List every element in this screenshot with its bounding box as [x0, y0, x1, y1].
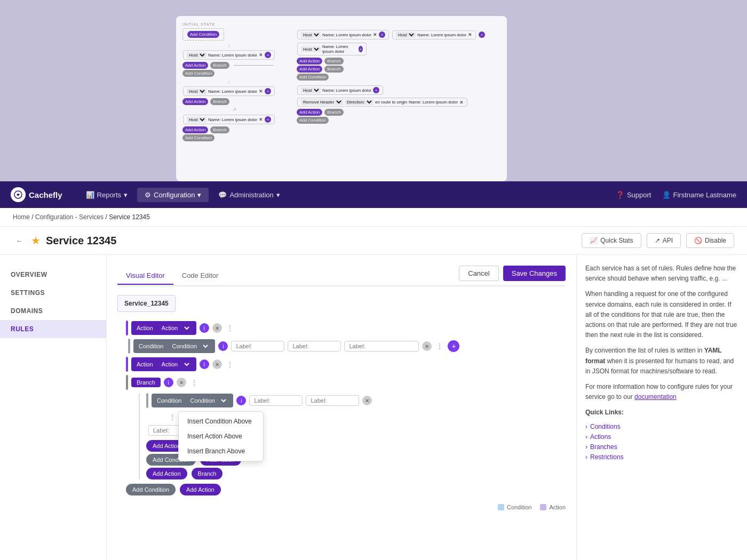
add-branch-btn-2[interactable]: Branch [192, 468, 223, 479]
sidebar-item-rules[interactable]: RULES [0, 320, 106, 338]
condition-label-1[interactable] [231, 341, 284, 351]
nested-condition-select[interactable]: Condition [184, 395, 228, 406]
diag-branch-r2[interactable]: Branch [324, 66, 343, 73]
navbar: Cachefly 📊 Reports ▾ ⚙ Configuration ▾ 💬… [0, 181, 747, 208]
add-action-btn-bottom[interactable]: Add Action [180, 484, 221, 495]
condition-plus-1[interactable]: + [448, 340, 459, 352]
diag-branch-2[interactable]: Branch [210, 98, 229, 105]
legend: Condition Action [117, 504, 566, 510]
nav-support[interactable]: ❓ Support [616, 191, 651, 199]
context-insert-action[interactable]: Insert Action Above [179, 429, 263, 444]
diagram-host-select[interactable]: Host [187, 52, 206, 58]
brand-name: Cachefly [29, 190, 62, 199]
diag-branch-r3[interactable]: Branch [324, 109, 343, 116]
breadcrumb-home[interactable]: Home [13, 213, 30, 221]
rule-close-1[interactable]: ✕ [212, 323, 222, 333]
diag-add-action-3[interactable]: Add Action [182, 126, 208, 133]
rule-dots-2[interactable]: ⋮ [225, 359, 235, 369]
diag-add-condition-r2[interactable]: Add Condition [297, 117, 329, 124]
rule-dots-1[interactable]: ⋮ [225, 323, 235, 333]
branch-dots-1[interactable]: ⋮ [189, 378, 199, 387]
favorite-icon[interactable]: ★ [31, 234, 41, 247]
tab-visual-editor[interactable]: Visual Editor [117, 267, 173, 285]
condition-dots-1[interactable]: ⋮ [435, 341, 444, 351]
nav-administration[interactable]: 💬 Administration ▾ [211, 188, 287, 202]
documentation-link[interactable]: documentation [634, 393, 677, 401]
diag-branch-r1[interactable]: Branch [324, 58, 343, 65]
sidebar-item-domains[interactable]: DOMAINS [0, 302, 106, 320]
add-condition-btn-bottom[interactable]: Add Condition [126, 484, 176, 495]
brand-logo[interactable]: Cachefly [11, 187, 62, 202]
context-insert-branch[interactable]: Insert Branch Above [179, 444, 263, 459]
breadcrumb-configuration[interactable]: Configuration [35, 213, 73, 221]
diag-host-r3[interactable]: Host [301, 46, 321, 52]
diag-branch-3[interactable]: Branch [210, 126, 229, 133]
diag-add-action-1[interactable]: Add Action [182, 62, 208, 69]
main-content: Home / Configuration - Services / Servic… [0, 208, 747, 560]
diagram-left: Add Condition ↓ Host Name: Lorem ipsum d… [182, 28, 275, 142]
diag-host-r2[interactable]: Host [396, 32, 416, 38]
add-action-btn-3[interactable]: Add Action [146, 468, 187, 479]
diag-direction[interactable]: Direction: [345, 99, 374, 105]
diag-add-action-r3[interactable]: Add Action [297, 109, 322, 116]
page-header: ← ★ Service 12345 📈 Quick Stats ↗ API 🚫 … [0, 227, 747, 255]
condition-label-3[interactable] [344, 341, 419, 351]
diag-add-condition-r1[interactable]: Add Condition [297, 74, 329, 81]
branch-close-1[interactable]: ✕ [177, 378, 186, 387]
conditions-chevron-icon: › [585, 423, 587, 430]
nested-condition-close[interactable]: ✕ [362, 396, 372, 405]
diagram-right: Host Name: Lorem ipsum dolor ✕ + Host Na… [297, 28, 485, 142]
breadcrumb-services[interactable]: Services [79, 213, 104, 221]
diag-add-action-r2[interactable]: Add Action [297, 66, 322, 73]
action-type-select-2[interactable]: Action [155, 359, 191, 370]
initial-state-label: INITIAL STATE [182, 22, 500, 26]
diag-host-r1[interactable]: Host [301, 32, 321, 38]
quick-link-conditions[interactable]: › Conditions [585, 423, 738, 430]
save-button-top[interactable]: Save Changes [503, 266, 566, 281]
nav-configuration[interactable]: ⚙ Configuration ▾ [137, 188, 209, 202]
tab-code-editor[interactable]: Code Editor [173, 267, 227, 285]
nav-reports[interactable]: 📊 Reports ▾ [78, 188, 136, 202]
diag-add-action-2[interactable]: Add Action [182, 98, 208, 105]
action-type-select-1[interactable]: Action [155, 323, 191, 333]
condition-badge-1: Condition Condition [133, 339, 215, 353]
diag-add-condition-1[interactable]: Add Condition [182, 70, 214, 77]
nested-label-1[interactable] [249, 395, 303, 406]
context-trigger-dots[interactable]: ⋮ [168, 412, 177, 422]
rule-close-2[interactable]: ✕ [212, 359, 222, 369]
content-layout: OVERVIEW SETTINGS DOMAINS RULES Visual E… [0, 255, 747, 560]
diag-host-r4[interactable]: Host [301, 87, 321, 93]
cancel-button-top[interactable]: Cancel [459, 266, 498, 281]
diag-add-action-r1[interactable]: Add Action [297, 58, 322, 65]
nested-label-2[interactable] [306, 395, 359, 406]
condition-row-1: Condition Condition i ✕ ⋮ + [117, 339, 566, 354]
disable-button[interactable]: 🚫 Disable [686, 233, 734, 248]
diag-add-condition-2[interactable]: Add Condition [182, 134, 214, 141]
context-insert-condition[interactable]: Insert Condition Above [179, 414, 263, 429]
quick-link-restrictions[interactable]: › Restrictions [585, 453, 738, 461]
quick-link-actions[interactable]: › Actions [585, 433, 738, 441]
api-button[interactable]: ↗ API [647, 233, 681, 248]
right-panel-para3: By convention the list of rules is writt… [585, 346, 738, 377]
nav-user[interactable]: 👤 Firstname Lastname [662, 191, 737, 199]
back-button[interactable]: ← [13, 234, 26, 247]
quick-stats-button[interactable]: 📈 Quick Stats [582, 233, 641, 248]
nested-condition-info[interactable]: i [236, 396, 246, 405]
condition-type-select[interactable]: Condition [165, 341, 210, 351]
branch-info-1[interactable]: i [164, 378, 173, 387]
diag-host-2[interactable]: Host [187, 89, 206, 94]
quick-link-branches[interactable]: › Branches [585, 443, 738, 451]
sidebar-item-overview[interactable]: OVERVIEW [0, 266, 106, 284]
rule-info-1[interactable]: i [200, 323, 209, 333]
condition-close-1[interactable]: ✕ [422, 341, 432, 351]
sidebar-item-settings[interactable]: SETTINGS [0, 284, 106, 302]
condition-label-2[interactable] [288, 341, 341, 351]
diag-remove-header[interactable]: Remove Header [301, 99, 343, 105]
diag-host-3[interactable]: Host [187, 117, 206, 123]
condition-info-1[interactable]: i [218, 341, 228, 351]
branch-bar-1 [126, 375, 128, 390]
diag-branch-1[interactable]: Branch [210, 62, 229, 69]
nav-items: 📊 Reports ▾ ⚙ Configuration ▾ 💬 Administ… [78, 188, 616, 202]
rule-info-2[interactable]: i [200, 359, 209, 369]
diagram-add-condition-btn[interactable]: Add Condition [187, 31, 219, 38]
